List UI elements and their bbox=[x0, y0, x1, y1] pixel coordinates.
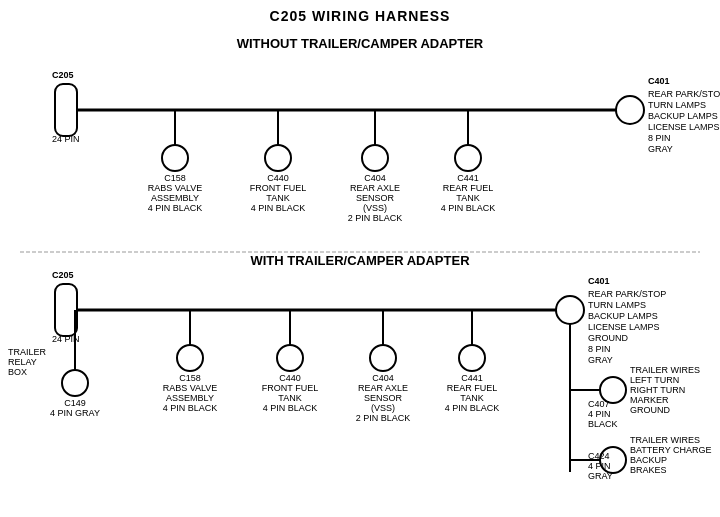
svg-text:4 PIN GRAY: 4 PIN GRAY bbox=[50, 408, 100, 418]
svg-point-46 bbox=[62, 370, 88, 396]
svg-text:4 PIN: 4 PIN bbox=[588, 409, 611, 419]
svg-text:BRAKES: BRAKES bbox=[630, 465, 667, 475]
svg-rect-1 bbox=[55, 84, 77, 136]
svg-text:C158: C158 bbox=[179, 373, 201, 383]
svg-text:REAR PARK/STOP: REAR PARK/STOP bbox=[648, 89, 720, 99]
svg-text:LICENSE LAMPS: LICENSE LAMPS bbox=[648, 122, 720, 132]
svg-text:GROUND: GROUND bbox=[588, 333, 628, 343]
svg-text:C205: C205 bbox=[52, 270, 74, 280]
svg-text:REAR PARK/STOP: REAR PARK/STOP bbox=[588, 289, 666, 299]
svg-text:C424: C424 bbox=[588, 451, 610, 461]
svg-text:8 PIN: 8 PIN bbox=[648, 133, 671, 143]
svg-text:C440: C440 bbox=[267, 173, 289, 183]
svg-text:RIGHT TURN: RIGHT TURN bbox=[630, 385, 685, 395]
svg-text:MARKER: MARKER bbox=[630, 395, 669, 405]
svg-text:FRONT FUEL: FRONT FUEL bbox=[250, 183, 306, 193]
section2-title: WITH TRAILER/CAMPER ADAPTER bbox=[250, 253, 470, 268]
section1-title: WITHOUT TRAILER/CAMPER ADAPTER bbox=[237, 36, 484, 51]
svg-point-32 bbox=[455, 145, 481, 171]
svg-text:TANK: TANK bbox=[456, 193, 479, 203]
diagram-container: C205 WIRING HARNESS WITHOUT TRAILER/CAMP… bbox=[0, 0, 720, 517]
svg-text:C441: C441 bbox=[461, 373, 483, 383]
svg-text:4 PIN BLACK: 4 PIN BLACK bbox=[148, 203, 203, 213]
svg-text:FRONT FUEL: FRONT FUEL bbox=[262, 383, 318, 393]
svg-text:TANK: TANK bbox=[266, 193, 289, 203]
svg-text:GROUND: GROUND bbox=[630, 405, 670, 415]
svg-point-85 bbox=[277, 345, 303, 371]
svg-text:REAR AXLE: REAR AXLE bbox=[358, 383, 408, 393]
wiring-diagram-svg: WITHOUT TRAILER/CAMPER ADAPTER C205 24 P… bbox=[0, 0, 720, 517]
svg-point-4 bbox=[616, 96, 644, 124]
svg-text:TRAILER WIRES: TRAILER WIRES bbox=[630, 365, 700, 375]
svg-text:TANK: TANK bbox=[460, 393, 483, 403]
svg-text:4 PIN: 4 PIN bbox=[588, 461, 611, 471]
svg-text:SENSOR: SENSOR bbox=[356, 193, 395, 203]
svg-point-25 bbox=[362, 145, 388, 171]
svg-text:SENSOR: SENSOR bbox=[364, 393, 403, 403]
svg-text:C401: C401 bbox=[648, 76, 670, 86]
svg-text:RELAY: RELAY bbox=[8, 357, 37, 367]
svg-text:4 PIN BLACK: 4 PIN BLACK bbox=[445, 403, 500, 413]
svg-text:C404: C404 bbox=[372, 373, 394, 383]
svg-point-79 bbox=[177, 345, 203, 371]
svg-text:C407: C407 bbox=[588, 399, 610, 409]
svg-point-19 bbox=[265, 145, 291, 171]
svg-text:LICENSE LAMPS: LICENSE LAMPS bbox=[588, 322, 660, 332]
svg-text:C441: C441 bbox=[457, 173, 479, 183]
svg-text:8 PIN: 8 PIN bbox=[588, 344, 611, 354]
svg-text:GRAY: GRAY bbox=[588, 471, 613, 481]
svg-text:GRAY: GRAY bbox=[648, 144, 673, 154]
svg-text:4 PIN BLACK: 4 PIN BLACK bbox=[251, 203, 306, 213]
svg-text:BLACK: BLACK bbox=[588, 419, 618, 429]
svg-text:24 PIN: 24 PIN bbox=[52, 134, 80, 144]
svg-text:4 PIN BLACK: 4 PIN BLACK bbox=[163, 403, 218, 413]
svg-point-13 bbox=[162, 145, 188, 171]
svg-point-91 bbox=[370, 345, 396, 371]
svg-text:C440: C440 bbox=[279, 373, 301, 383]
svg-text:(VSS): (VSS) bbox=[363, 203, 387, 213]
svg-text:C149: C149 bbox=[64, 398, 86, 408]
svg-text:REAR AXLE: REAR AXLE bbox=[350, 183, 400, 193]
svg-text:RABS VALVE: RABS VALVE bbox=[148, 183, 203, 193]
svg-point-49 bbox=[556, 296, 584, 324]
svg-text:TURN LAMPS: TURN LAMPS bbox=[588, 300, 646, 310]
svg-text:C158: C158 bbox=[164, 173, 186, 183]
svg-text:C205: C205 bbox=[52, 70, 74, 80]
svg-text:RABS VALVE: RABS VALVE bbox=[163, 383, 218, 393]
svg-text:2 PIN BLACK: 2 PIN BLACK bbox=[348, 213, 403, 223]
svg-text:C404: C404 bbox=[364, 173, 386, 183]
svg-text:REAR FUEL: REAR FUEL bbox=[447, 383, 498, 393]
svg-text:LEFT TURN: LEFT TURN bbox=[630, 375, 679, 385]
svg-text:ASSEMBLY: ASSEMBLY bbox=[151, 193, 199, 203]
svg-text:BATTERY CHARGE: BATTERY CHARGE bbox=[630, 445, 712, 455]
svg-text:(VSS): (VSS) bbox=[371, 403, 395, 413]
svg-text:TANK: TANK bbox=[278, 393, 301, 403]
svg-text:2 PIN BLACK: 2 PIN BLACK bbox=[356, 413, 411, 423]
svg-text:TRAILER: TRAILER bbox=[8, 347, 47, 357]
svg-text:BACKUP: BACKUP bbox=[630, 455, 667, 465]
svg-text:REAR FUEL: REAR FUEL bbox=[443, 183, 494, 193]
svg-point-98 bbox=[459, 345, 485, 371]
svg-text:ASSEMBLY: ASSEMBLY bbox=[166, 393, 214, 403]
svg-rect-39 bbox=[55, 284, 77, 336]
svg-text:TRAILER WIRES: TRAILER WIRES bbox=[630, 435, 700, 445]
svg-text:4 PIN BLACK: 4 PIN BLACK bbox=[441, 203, 496, 213]
svg-text:BOX: BOX bbox=[8, 367, 27, 377]
svg-text:4 PIN BLACK: 4 PIN BLACK bbox=[263, 403, 318, 413]
svg-text:C401: C401 bbox=[588, 276, 610, 286]
svg-text:GRAY: GRAY bbox=[588, 355, 613, 365]
svg-text:BACKUP LAMPS: BACKUP LAMPS bbox=[648, 111, 718, 121]
svg-text:TURN LAMPS: TURN LAMPS bbox=[648, 100, 706, 110]
svg-text:BACKUP LAMPS: BACKUP LAMPS bbox=[588, 311, 658, 321]
